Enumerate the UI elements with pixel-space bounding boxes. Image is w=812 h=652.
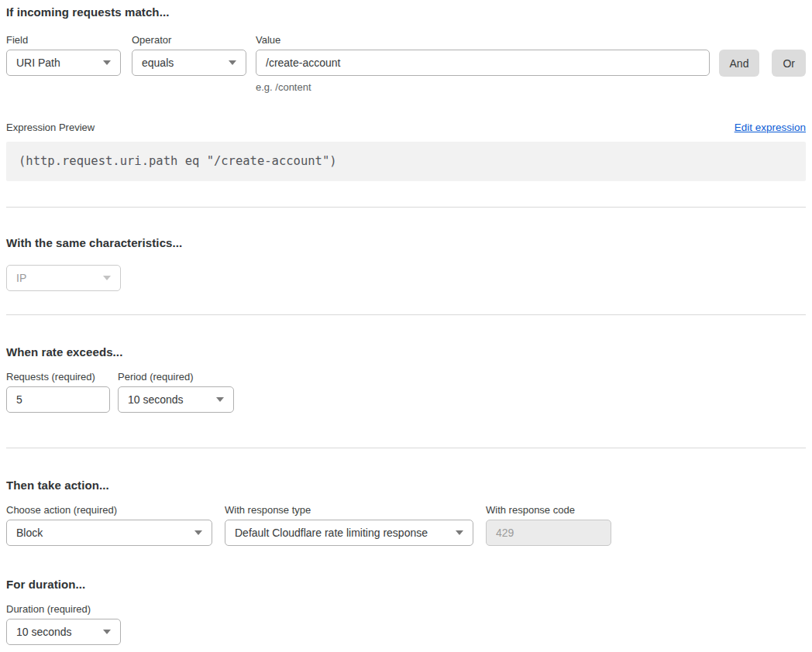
or-button[interactable]: Or xyxy=(772,50,806,77)
section-title-characteristics: With the same characteristics... xyxy=(6,236,806,249)
chevron-down-icon xyxy=(103,630,111,634)
response-type-select-value: Default Cloudflare rate limiting respons… xyxy=(235,527,428,539)
characteristic-select: IP xyxy=(6,265,121,291)
section-divider xyxy=(6,207,806,208)
response-code-input xyxy=(486,520,611,546)
rate-row: Requests (required) Period (required) 10… xyxy=(6,371,806,413)
chevron-down-icon xyxy=(229,60,236,65)
and-button[interactable]: And xyxy=(719,50,760,77)
requests-input[interactable] xyxy=(6,386,110,413)
edit-expression-link[interactable]: Edit expression xyxy=(735,122,806,133)
action-label: Choose action (required) xyxy=(6,504,212,516)
value-input[interactable] xyxy=(256,50,710,76)
response-code-label: With response code xyxy=(486,504,611,516)
section-divider xyxy=(6,314,806,315)
chevron-down-icon xyxy=(216,397,224,402)
expression-preview-header: Expression Preview Edit expression xyxy=(6,122,806,133)
expression-preview-box: (http.request.uri.path eq "/create-accou… xyxy=(6,142,806,181)
operator-select[interactable]: equals xyxy=(132,50,246,76)
operator-label: Operator xyxy=(132,34,246,46)
chevron-down-icon xyxy=(103,60,111,65)
chevron-down-icon xyxy=(194,530,202,535)
action-row: Choose action (required) Block With resp… xyxy=(6,504,806,546)
operator-select-value: equals xyxy=(142,57,174,69)
section-title-duration: For duration... xyxy=(6,578,806,591)
value-label: Value xyxy=(256,34,710,46)
field-select[interactable]: URI Path xyxy=(6,50,121,76)
response-type-label: With response type xyxy=(225,504,473,516)
response-type-select[interactable]: Default Cloudflare rate limiting respons… xyxy=(225,520,473,546)
section-divider xyxy=(6,448,806,448)
duration-select-value: 10 seconds xyxy=(16,626,72,638)
action-select-value: Block xyxy=(16,527,43,539)
value-helper-text: e.g. /content xyxy=(256,81,710,93)
period-select[interactable]: 10 seconds xyxy=(118,386,234,413)
section-title-action: Then take action... xyxy=(6,479,806,492)
section-title-rate: When rate exceeds... xyxy=(6,345,806,359)
requests-label: Requests (required) xyxy=(6,371,110,383)
expression-preview-label: Expression Preview xyxy=(6,122,95,133)
characteristic-select-value: IP xyxy=(16,272,26,284)
period-select-value: 10 seconds xyxy=(128,393,184,406)
duration-select[interactable]: 10 seconds xyxy=(6,619,121,645)
section-title-match: If incoming requests match... xyxy=(6,5,806,19)
period-label: Period (required) xyxy=(118,371,234,383)
field-label: Field xyxy=(6,34,121,46)
action-select[interactable]: Block xyxy=(6,520,212,546)
match-condition-row: Field URI Path Operator equals Value e.g… xyxy=(6,34,806,93)
chevron-down-icon xyxy=(456,530,463,535)
duration-label: Duration (required) xyxy=(6,603,121,615)
chevron-down-icon xyxy=(103,276,111,280)
field-select-value: URI Path xyxy=(16,57,60,69)
